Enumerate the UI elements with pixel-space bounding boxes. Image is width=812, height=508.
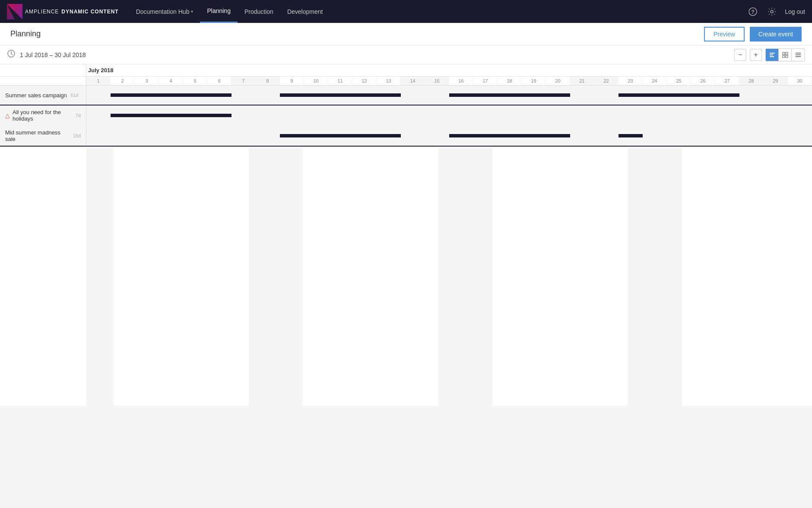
brand-amplience: AMPLIENCE	[25, 9, 59, 15]
weekend-stripe	[256, 86, 280, 105]
gantt-chart: July 2018 123456789101112131415161718192…	[0, 64, 812, 508]
weekend-stripe	[401, 86, 425, 105]
event-label-holidays: △ All you need for the holidays 7d	[0, 105, 86, 125]
zoom-in-button[interactable]: +	[750, 49, 762, 61]
date-range-text: 1 Jul 2018 – 30 Jul 2018	[20, 51, 86, 58]
event-row-holidays[interactable]: △ All you need for the holidays 7d	[0, 105, 812, 126]
day-cell-4: 4	[159, 77, 183, 85]
empty-area-weekend-stripe	[465, 147, 492, 406]
svg-rect-11	[783, 55, 785, 58]
main-content: Planning Preview Create event 1 Jul 2018…	[0, 23, 812, 508]
weekend-stripe	[232, 105, 256, 125]
zoom-out-button[interactable]: −	[734, 49, 746, 61]
weekend-stripe	[764, 86, 788, 105]
empty-area-weekend-stripe	[86, 147, 114, 406]
view-grid-button[interactable]	[779, 49, 792, 61]
event-bar-holidays[interactable]	[86, 114, 256, 117]
event-label-midsummer: Mid summer madness sale 16d	[0, 126, 86, 146]
day-cell-22: 22	[594, 77, 619, 85]
day-cell-10: 10	[304, 77, 328, 85]
tab-documentation-hub[interactable]: Documentation Hub ▾	[129, 0, 200, 23]
page-header: Planning Preview Create event	[0, 23, 812, 45]
empty-area-weekend-stripe	[249, 147, 276, 406]
svg-rect-10	[786, 52, 788, 54]
view-gantt-button[interactable]	[766, 49, 779, 61]
date-range-bar: 1 Jul 2018 – 30 Jul 2018 − +	[0, 45, 812, 64]
day-cell-25: 25	[667, 77, 691, 85]
view-list-button[interactable]	[792, 49, 805, 61]
nav-tabs-container: Documentation Hub ▾ Planning Production …	[129, 0, 747, 23]
brand-dynamic-content: DYNAMIC CONTENT	[61, 9, 118, 15]
weekend-stripe	[570, 126, 594, 146]
weekend-stripe	[764, 105, 788, 125]
tab-development[interactable]: Development	[280, 0, 330, 23]
day-cell-7: 7	[232, 77, 256, 85]
preview-button[interactable]: Preview	[704, 27, 745, 42]
gantt-days-header: 1234567891011121314151617181920212223242…	[0, 77, 812, 86]
duration-badge: 16d	[73, 133, 81, 138]
weekend-stripe	[401, 105, 425, 125]
day-cell-3: 3	[135, 77, 159, 85]
svg-rect-8	[770, 56, 774, 57]
weekend-stripe	[570, 86, 594, 105]
weekend-stripe	[425, 105, 449, 125]
weekend-stripe	[739, 126, 764, 146]
day-cell-2: 2	[111, 77, 135, 85]
day-cell-28: 28	[739, 77, 764, 85]
warning-icon: △	[5, 112, 10, 119]
create-event-button[interactable]: Create event	[750, 27, 802, 42]
empty-area-weekend-stripe	[655, 147, 682, 406]
day-cell-5: 5	[183, 77, 207, 85]
weekend-stripe	[86, 126, 111, 146]
svg-rect-12	[786, 55, 788, 58]
svg-rect-15	[796, 56, 801, 57]
event-row-summer-sales[interactable]: Summer sales campaign 61d	[0, 86, 812, 105]
gantt-month-header-row: July 2018	[0, 64, 812, 77]
day-cell-8: 8	[256, 77, 280, 85]
event-title: Summer sales campaign	[5, 92, 67, 99]
weekend-stripe	[570, 105, 594, 125]
day-cell-12: 12	[352, 77, 377, 85]
weekend-stripe	[86, 105, 111, 125]
weekend-stripe	[256, 105, 280, 125]
tab-planning[interactable]: Planning	[200, 0, 238, 23]
day-cell-19: 19	[522, 77, 546, 85]
month-label-spacer	[0, 64, 86, 76]
view-toggle	[765, 48, 805, 61]
days-header-spacer	[0, 77, 86, 85]
svg-rect-7	[770, 54, 773, 55]
brand-logo-area: AMPLIENCE DYNAMIC CONTENT	[7, 4, 119, 19]
day-cell-29: 29	[764, 77, 788, 85]
duration-badge: 7d	[76, 113, 81, 118]
page-actions: Preview Create event	[704, 27, 802, 42]
day-cell-16: 16	[449, 77, 473, 85]
event-label-summer-sales: Summer sales campaign 61d	[0, 86, 86, 105]
weekend-stripe	[594, 126, 619, 146]
clock-icon	[7, 49, 16, 60]
date-range-left: 1 Jul 2018 – 30 Jul 2018	[7, 49, 86, 60]
weekend-stripe	[739, 86, 764, 105]
logout-button[interactable]: Log out	[785, 8, 805, 15]
event-row-midsummer[interactable]: Mid summer madness sale 16d	[0, 126, 812, 147]
svg-point-4	[771, 10, 773, 13]
day-cell-20: 20	[546, 77, 570, 85]
weekend-stripe	[232, 126, 256, 146]
day-cell-30: 30	[788, 77, 812, 85]
settings-icon[interactable]	[766, 6, 778, 18]
day-cell-18: 18	[498, 77, 522, 85]
tab-production[interactable]: Production	[238, 0, 280, 23]
page-title: Planning	[10, 29, 41, 38]
day-cell-9: 9	[280, 77, 304, 85]
weekend-stripe	[739, 105, 764, 125]
empty-area-weekend-stripe	[438, 147, 466, 406]
weekend-stripe	[256, 126, 280, 146]
day-cell-23: 23	[619, 77, 643, 85]
days-header-cells: 1234567891011121314151617181920212223242…	[86, 77, 812, 85]
top-navigation: AMPLIENCE DYNAMIC CONTENT Documentation …	[0, 0, 812, 23]
svg-rect-13	[796, 53, 801, 54]
empty-rows	[0, 147, 812, 406]
weekend-stripe	[425, 126, 449, 146]
help-icon[interactable]: ?	[747, 6, 759, 18]
day-cell-1: 1	[86, 77, 111, 85]
weekend-stripe	[594, 86, 619, 105]
